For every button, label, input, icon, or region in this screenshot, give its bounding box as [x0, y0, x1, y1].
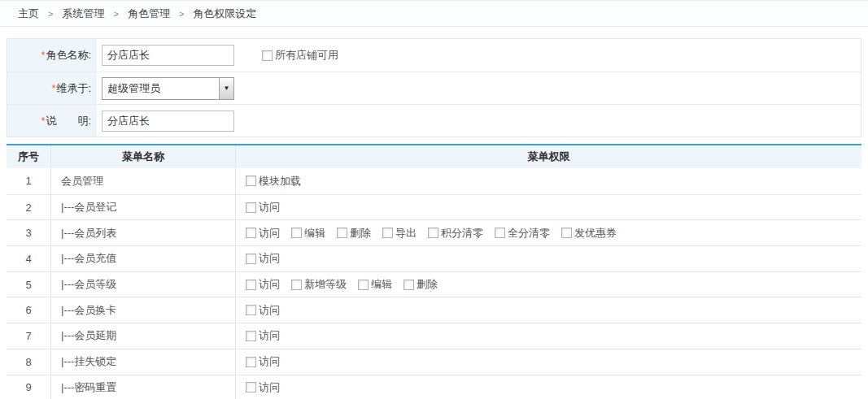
permission-checkbox-group[interactable]: 访问 [246, 354, 280, 369]
menu-name: |---会员延期 [51, 323, 236, 349]
permission-checkbox-label: 访问 [259, 277, 280, 292]
permission-checkbox-group[interactable]: 发优惠券 [561, 226, 617, 241]
permission-checkbox-group[interactable]: 删除 [403, 277, 438, 292]
menu-permissions: 访问 [236, 297, 861, 323]
permission-checkbox[interactable] [403, 280, 414, 290]
menu-permissions: 访问编辑删除导出积分清零全分清零发优惠券 [236, 220, 861, 245]
table-row: 3 |---会员列表 访问编辑删除导出积分清零全分清零发优惠券 [7, 219, 861, 245]
permission-checkbox-label: 新增等级 [304, 277, 347, 292]
breadcrumb-current-page: 角色权限设定 [193, 7, 256, 21]
permission-checkbox-group[interactable]: 编辑 [291, 226, 325, 241]
permission-checkbox-group[interactable]: 积分清零 [428, 226, 483, 241]
permission-checkbox-label: 编辑 [371, 277, 392, 292]
breadcrumb-separator: > [179, 9, 184, 19]
permission-checkbox-group[interactable]: 访问 [246, 303, 280, 318]
breadcrumb-separator: > [48, 9, 53, 19]
permission-checkbox-group[interactable]: 编辑 [358, 277, 392, 292]
permission-checkbox[interactable] [246, 228, 256, 238]
all-shops-checkbox[interactable] [262, 50, 273, 61]
permission-checkbox[interactable] [246, 176, 256, 186]
role-name-input[interactable] [102, 45, 234, 66]
table-row: 4 |---会员充值 访问 [7, 245, 861, 271]
permission-checkbox[interactable] [495, 228, 505, 238]
permission-checkbox-group[interactable]: 删除 [337, 226, 371, 241]
chevron-down-icon[interactable]: ▼ [219, 78, 233, 99]
all-shops-checkbox-group[interactable]: 所有店铺可用 [262, 48, 338, 63]
permission-checkbox[interactable] [358, 280, 369, 290]
breadcrumb-home[interactable]: 主页 [18, 7, 39, 21]
table-row: 7 |---会员延期 访问 [7, 323, 861, 349]
table-row: 2 |---会员登记 访问 [7, 194, 861, 220]
permission-checkbox[interactable] [246, 357, 256, 367]
row-seq: 3 [7, 220, 51, 245]
menu-name: |---会员充值 [51, 246, 236, 271]
permission-checkbox-group[interactable]: 全分清零 [495, 226, 550, 241]
inherit-from-selected-value: 超级管理员 [103, 81, 219, 96]
permission-checkbox-label: 访问 [259, 354, 280, 369]
permission-checkbox[interactable] [291, 228, 302, 238]
table-row: 6 |---会员换卡 访问 [7, 297, 861, 323]
inherit-from-select[interactable]: 超级管理员 ▼ [102, 77, 234, 100]
permission-checkbox[interactable] [291, 280, 302, 290]
role-form: * 角色名称: 所有店铺可用 * 维承于: 超级管理员 ▼ * 说 明: [7, 38, 861, 137]
role-name-label: * 角色名称: [7, 39, 96, 72]
permission-checkbox-label: 删除 [350, 226, 371, 241]
permission-checkbox-label: 编辑 [304, 226, 325, 241]
description-label: * 说 明: [7, 105, 96, 137]
role-name-label-text: 角色名称: [46, 48, 91, 63]
permission-checkbox-group[interactable]: 访问 [246, 328, 280, 343]
permission-checkbox[interactable] [246, 382, 256, 392]
permission-checkbox-group[interactable]: 访问 [246, 226, 280, 241]
permissions-table-header: 序号 菜单名称 菜单权限 [7, 144, 861, 168]
permission-checkbox-label: 访问 [259, 303, 280, 318]
row-seq: 5 [7, 272, 51, 297]
row-seq: 9 [7, 375, 51, 399]
header-seq: 序号 [7, 145, 51, 168]
menu-name: |---密码重置 [51, 375, 236, 399]
permission-checkbox-group[interactable]: 访问 [246, 380, 280, 395]
permission-checkbox-group[interactable]: 新增等级 [291, 277, 347, 292]
required-marker: * [52, 83, 56, 94]
permission-checkbox-group[interactable]: 访问 [246, 277, 280, 292]
menu-permissions: 访问 [236, 195, 861, 220]
breadcrumb-role-management[interactable]: 角色管理 [128, 7, 170, 21]
description-value-cell [96, 105, 861, 137]
permission-checkbox-label: 访问 [259, 200, 280, 215]
menu-name: |---会员列表 [51, 220, 236, 245]
permission-checkbox-label: 访问 [259, 226, 280, 241]
menu-name: |---挂失锁定 [51, 349, 236, 375]
permission-checkbox[interactable] [246, 280, 256, 290]
permission-checkbox[interactable] [382, 228, 393, 238]
inherit-from-value-cell: 超级管理员 ▼ [96, 72, 861, 104]
permission-checkbox-label: 全分清零 [508, 226, 550, 241]
permission-checkbox[interactable] [428, 228, 438, 238]
breadcrumb-system-management[interactable]: 系统管理 [62, 7, 104, 21]
permission-checkbox[interactable] [337, 228, 347, 238]
permission-checkbox[interactable] [561, 228, 572, 238]
permission-checkbox[interactable] [246, 331, 256, 341]
description-label-text: 说 明: [46, 114, 91, 128]
permission-checkbox-label: 发优惠券 [574, 226, 617, 241]
permission-checkbox[interactable] [246, 202, 256, 213]
role-name-value-cell: 所有店铺可用 [96, 39, 861, 72]
permission-checkbox-group[interactable]: 导出 [382, 226, 417, 241]
row-seq: 1 [7, 168, 51, 194]
description-input[interactable] [102, 111, 234, 132]
table-row: 9 |---密码重置 访问 [7, 375, 861, 399]
form-row-role-name: * 角色名称: 所有店铺可用 [7, 39, 861, 72]
form-row-inherit-from: * 维承于: 超级管理员 ▼ [7, 72, 861, 104]
permissions-table-body: 1 会员管理 模块加载 2 |---会员登记 访问 3 |---会员列表 访问编… [7, 168, 861, 399]
form-row-description: * 说 明: [7, 104, 861, 137]
permission-checkbox-label: 删除 [417, 277, 438, 292]
menu-name: |---会员等级 [51, 272, 236, 297]
all-shops-checkbox-label: 所有店铺可用 [275, 48, 338, 63]
permission-checkbox[interactable] [246, 254, 256, 264]
row-seq: 6 [7, 297, 51, 323]
permission-checkbox-group[interactable]: 访问 [246, 251, 280, 266]
header-menu-name: 菜单名称 [51, 145, 236, 168]
breadcrumb-separator: > [113, 9, 118, 19]
permission-checkbox-group[interactable]: 模块加载 [246, 174, 301, 189]
permission-checkbox[interactable] [246, 305, 256, 315]
permission-checkbox-group[interactable]: 访问 [246, 200, 280, 215]
table-row: 8 |---挂失锁定 访问 [7, 349, 861, 375]
